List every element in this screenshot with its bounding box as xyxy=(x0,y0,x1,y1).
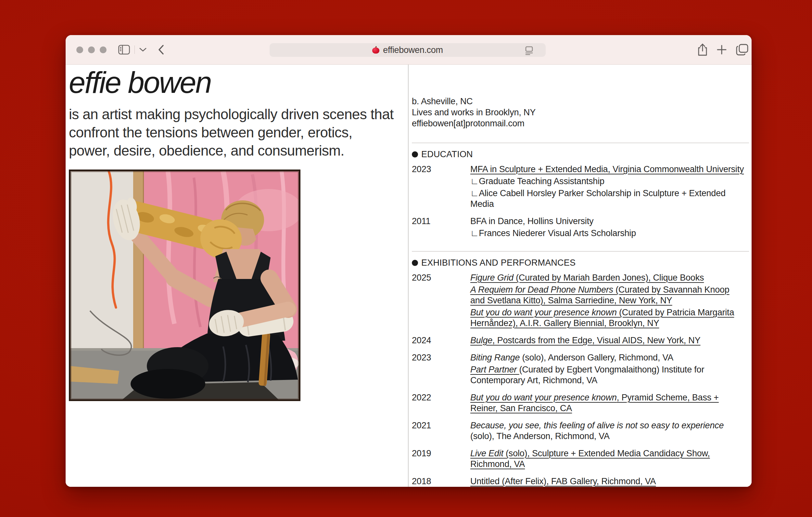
row-year: 2025 xyxy=(412,272,470,330)
cv-entry-link[interactable]: A Requiem for Dead Phone Numbers (Curate… xyxy=(470,285,745,306)
title-second-word: bowen xyxy=(128,66,211,99)
url-text[interactable]: effiebowen.com xyxy=(383,45,443,55)
close-window-button[interactable] xyxy=(76,47,83,53)
section-header: EDUCATION xyxy=(412,148,749,160)
bio-block: b. Asheville, NCLives and works in Brook… xyxy=(412,96,749,129)
share-icon[interactable] xyxy=(697,43,708,56)
section-title: EDUCATION xyxy=(421,149,473,160)
bio-line: b. Asheville, NC xyxy=(412,96,749,107)
cv-entry-link[interactable]: Live Edit (solo), Sculpture + Extended M… xyxy=(470,448,745,469)
row-year: 2023 xyxy=(412,164,470,211)
new-tab-icon[interactable] xyxy=(716,44,727,55)
cv-entry-link[interactable]: But you do want your presence known (Cur… xyxy=(470,307,745,328)
artist-statement: is an artist making psychologically driv… xyxy=(69,105,395,160)
title-first-word: effie xyxy=(69,66,120,99)
browser-toolbar: effiebowen.com xyxy=(66,35,752,65)
work-title[interactable]: Figure Grid xyxy=(470,273,516,283)
cv-row: 2023Biting Range (solo), Anderson Galler… xyxy=(412,352,749,387)
section-header: EXHIBITIONS AND PERFORMANCES xyxy=(412,257,749,268)
zoom-window-button[interactable] xyxy=(100,47,107,53)
entry-detail: BFA in Dance, Hollins University xyxy=(470,216,593,226)
work-title: Because, you see, this feeling of alive … xyxy=(470,421,724,430)
row-year: 2023 xyxy=(412,352,470,387)
row-entries: MFA in Sculpture + Extended Media, Virgi… xyxy=(470,164,745,211)
row-year: 2011 xyxy=(412,216,470,240)
cv-entry: BFA in Dance, Hollins University xyxy=(470,216,745,227)
section-bullet-icon xyxy=(412,151,418,157)
row-year: 2022 xyxy=(412,392,470,415)
desktop-background: { "browser": { "url": "effiebowen.com", … xyxy=(0,0,812,517)
cv-row: 2024Bulge, Postcards from the Edge, Visu… xyxy=(412,335,749,347)
cv-row: 2023MFA in Sculpture + Extended Media, V… xyxy=(412,164,749,211)
page-content: effie bowen is an artist making psycholo… xyxy=(66,65,752,487)
entry-detail: ∟Graduate Teaching Assistantship xyxy=(470,176,605,186)
site-favicon-icon xyxy=(372,46,379,54)
toolbar-separator xyxy=(135,46,135,54)
cv-entry: Biting Range (solo), Anderson Gallery, R… xyxy=(470,352,745,363)
cv-row: 2011BFA in Dance, Hollins University∟Fra… xyxy=(412,216,749,240)
row-entries: Untitled (After Felix), FAB Gallery, Ric… xyxy=(470,476,745,487)
section-title: EXHIBITIONS AND PERFORMANCES xyxy=(421,258,576,268)
hero-photo-illustration xyxy=(70,171,299,399)
row-entries: Because, you see, this feeling of alive … xyxy=(470,420,745,443)
cv-entry-link[interactable]: MFA in Sculpture + Extended Media, Virgi… xyxy=(470,164,745,175)
cv-entry: Because, you see, this feeling of alive … xyxy=(470,420,745,442)
row-entries: Bulge, Postcards from the Edge, Visual A… xyxy=(470,335,745,347)
back-icon[interactable] xyxy=(158,45,164,55)
entry-detail[interactable]: , Postcards from the Edge, Visual AIDS, … xyxy=(492,336,700,345)
section-rows: 2023MFA in Sculpture + Extended Media, V… xyxy=(412,164,749,240)
cv-entry-link[interactable]: Part Partner (Curated by Egbert Vongmala… xyxy=(470,364,745,386)
cv-row: 2022But you do want your presence known,… xyxy=(412,392,749,415)
row-year: 2021 xyxy=(412,420,470,443)
section-rows: 2025Figure Grid (Curated by Mariah Barde… xyxy=(412,272,749,487)
row-year: 2019 xyxy=(412,448,470,471)
cv-entry-link[interactable]: But you do want your presence known, Pyr… xyxy=(470,392,745,414)
minimize-window-button[interactable] xyxy=(88,47,95,53)
cv-entry: ∟Frances Niederer Visual Arts Scholarshi… xyxy=(470,228,745,239)
work-title[interactable]: Bulge xyxy=(470,336,492,345)
cv-row: 2019Live Edit (solo), Sculpture + Extend… xyxy=(412,448,749,471)
cv-entry-link[interactable]: Bulge, Postcards from the Edge, Visual A… xyxy=(470,335,745,346)
reader-view-icon[interactable] xyxy=(525,46,533,57)
sidebar-toggle-icon[interactable] xyxy=(118,45,130,55)
window-controls[interactable] xyxy=(76,47,107,53)
work-title[interactable]: But you do want your presence known xyxy=(470,393,617,402)
cv-row: 2025Figure Grid (Curated by Mariah Barde… xyxy=(412,272,749,330)
row-entries: BFA in Dance, Hollins University∟Frances… xyxy=(470,216,745,240)
entry-detail[interactable]: (Curated by Mariah Barden Jones), Clique… xyxy=(516,273,704,283)
section-divider xyxy=(412,251,749,252)
bio-line: effiebowen[at]protonmail.com xyxy=(412,118,749,129)
left-column: effie bowen is an artist making psycholo… xyxy=(66,65,409,487)
tab-overview-icon[interactable] xyxy=(736,44,749,56)
bio-line: Lives and works in Brooklyn, NY xyxy=(412,107,749,118)
cv-entry-link[interactable]: Untitled (After Felix), FAB Gallery, Ric… xyxy=(470,476,745,487)
browser-window: effiebowen.com xyxy=(66,35,752,487)
cv-entry: ∟Alice Cabell Horsley Parker Scholarship… xyxy=(470,188,745,209)
hero-photo xyxy=(69,170,300,401)
work-title[interactable]: But you do want your presence known xyxy=(470,308,619,317)
entry-detail: (solo), The Anderson, Richmond, VA xyxy=(470,431,610,441)
work-title[interactable]: A Requiem for Dead Phone Numbers xyxy=(470,285,615,294)
cv-row: 2018Untitled (After Felix), FAB Gallery,… xyxy=(412,476,749,487)
row-year: 2024 xyxy=(412,335,470,347)
entry-detail[interactable]: MFA in Sculpture + Extended Media, Virgi… xyxy=(470,164,744,174)
row-entries: Figure Grid (Curated by Mariah Barden Jo… xyxy=(470,272,745,330)
cv-entry: ∟Graduate Teaching Assistantship xyxy=(470,176,745,187)
entry-detail: (solo), Anderson Gallery, Richmond, VA xyxy=(522,353,674,363)
address-bar[interactable]: effiebowen.com xyxy=(269,43,546,57)
entry-detail: ∟Alice Cabell Horsley Parker Scholarship… xyxy=(470,189,726,209)
work-title[interactable]: Live Edit xyxy=(470,449,506,458)
row-entries: But you do want your presence known, Pyr… xyxy=(470,392,745,415)
row-entries: Biting Range (solo), Anderson Gallery, R… xyxy=(470,352,745,387)
chevron-down-icon[interactable] xyxy=(139,48,146,52)
cv-entry-link[interactable]: Figure Grid (Curated by Mariah Barden Jo… xyxy=(470,272,745,283)
row-year: 2018 xyxy=(412,476,470,487)
right-column: b. Asheville, NCLives and works in Brook… xyxy=(409,65,752,487)
entry-detail[interactable]: Untitled (After Felix), FAB Gallery, Ric… xyxy=(470,477,656,486)
section-divider xyxy=(412,143,749,143)
work-title[interactable]: Part Partner xyxy=(470,365,519,374)
entry-detail[interactable]: (solo), Sculpture + Extended Media Candi… xyxy=(470,449,710,469)
cv-row: 2021Because, you see, this feeling of al… xyxy=(412,420,749,443)
page-title: effie bowen xyxy=(69,67,408,98)
work-title: Biting Range xyxy=(470,353,522,363)
